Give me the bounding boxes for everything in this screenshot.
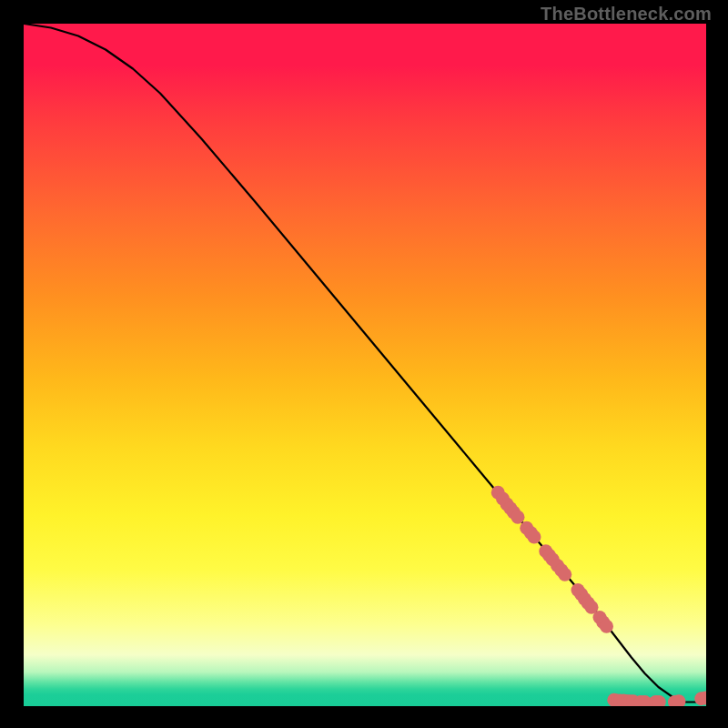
bottleneck-curve (24, 24, 706, 703)
scatter-point (511, 511, 525, 524)
scatter-points (491, 486, 706, 706)
chart-overlay (24, 24, 706, 706)
chart-stage: TheBottleneck.com (0, 0, 728, 728)
watermark-text: TheBottleneck.com (541, 4, 712, 25)
plot-area (24, 24, 706, 706)
scatter-point (600, 620, 613, 633)
scatter-point (528, 531, 541, 544)
scatter-point (558, 568, 571, 581)
